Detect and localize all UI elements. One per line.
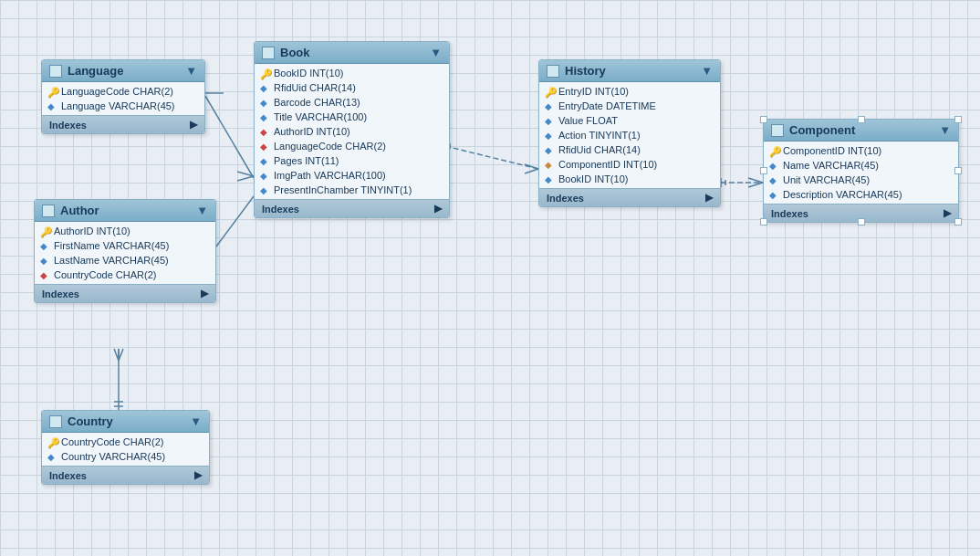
book-field-9: ◆ PresentInChamber TINYINT(1) bbox=[255, 183, 449, 197]
key-icon: 🔑 bbox=[40, 226, 49, 236]
language-indexes-label: Indexes bbox=[49, 120, 87, 131]
svg-line-0 bbox=[205, 96, 254, 178]
svg-line-7 bbox=[525, 169, 538, 173]
table-icon bbox=[42, 205, 55, 217]
author-header[interactable]: Author ▼ bbox=[35, 200, 215, 222]
resize-handle-bl[interactable] bbox=[760, 218, 767, 226]
author-field-1: 🔑 AuthorID INT(10) bbox=[35, 224, 215, 238]
svg-line-17 bbox=[119, 349, 123, 361]
svg-line-11 bbox=[748, 178, 763, 183]
component-fields: 🔑 ComponentID INT(10) ◆ Name VARCHAR(45)… bbox=[764, 142, 958, 204]
table-icon bbox=[262, 47, 275, 59]
country-indexes-label: Indexes bbox=[49, 470, 87, 481]
language-fields: 🔑 LanguageCode CHAR(2) ◆ Language VARCHA… bbox=[42, 82, 204, 115]
country-table: Country ▼ 🔑 CountryCode CHAR(2) ◆ Countr… bbox=[41, 410, 210, 485]
diamond-icon: ◆ bbox=[260, 171, 269, 180]
history-field-6: ◆ ComponentID INT(10) bbox=[539, 157, 720, 172]
component-indexes-label: Indexes bbox=[771, 208, 808, 219]
book-title: Book bbox=[280, 46, 310, 59]
language-field-2: ◆ Language VARCHAR(45) bbox=[42, 99, 204, 113]
history-table: History ▼ 🔑 EntryID INT(10) ◆ EntryDate … bbox=[538, 59, 721, 207]
component-dropdown-icon[interactable]: ▼ bbox=[939, 123, 951, 137]
svg-line-4 bbox=[237, 176, 254, 181]
key-icon: 🔑 bbox=[545, 87, 554, 96]
country-footer[interactable]: Indexes ▶ bbox=[42, 466, 209, 484]
book-field-3: ◆ Barcode CHAR(13) bbox=[255, 95, 449, 110]
table-icon bbox=[49, 415, 62, 428]
history-footer[interactable]: Indexes ▶ bbox=[539, 188, 720, 206]
history-field-7: ◆ BookID INT(10) bbox=[539, 172, 720, 186]
history-field-5: ◆ RfidUid CHAR(14) bbox=[539, 142, 720, 157]
author-footer[interactable]: Indexes ▶ bbox=[35, 284, 215, 302]
book-header[interactable]: Book ▼ bbox=[255, 42, 449, 64]
resize-handle-tr[interactable] bbox=[954, 116, 962, 123]
key-icon: 🔑 bbox=[769, 146, 778, 155]
diamond-icon: ◆ bbox=[47, 452, 57, 461]
resize-handle-l[interactable] bbox=[760, 167, 767, 174]
svg-line-3 bbox=[237, 172, 254, 176]
component-field-4: ◆ Description VARCHAR(45) bbox=[764, 187, 958, 202]
history-indexes-label: Indexes bbox=[547, 193, 584, 204]
diamond-icon: ◆ bbox=[769, 161, 778, 170]
resize-handle-r[interactable] bbox=[954, 167, 962, 174]
component-title: Component bbox=[789, 123, 855, 137]
diamond-icon: ◆ bbox=[260, 185, 269, 194]
history-dropdown-icon[interactable]: ▼ bbox=[701, 64, 713, 78]
diamond-icon: ◆ bbox=[40, 256, 49, 265]
resize-handle-b[interactable] bbox=[858, 218, 865, 226]
diamond-icon: ◆ bbox=[545, 160, 554, 169]
diamond-icon: ◆ bbox=[40, 241, 49, 250]
key-icon: 🔑 bbox=[47, 87, 57, 96]
svg-line-5 bbox=[445, 146, 538, 169]
component-field-3: ◆ Unit VARCHAR(45) bbox=[764, 173, 958, 187]
history-field-2: ◆ EntryDate DATETIME bbox=[539, 99, 720, 113]
component-field-1: 🔑 ComponentID INT(10) bbox=[764, 143, 958, 158]
svg-line-1 bbox=[216, 196, 254, 247]
language-field-1: 🔑 LanguageCode CHAR(2) bbox=[42, 84, 204, 99]
language-dropdown-icon[interactable]: ▼ bbox=[185, 64, 197, 78]
book-footer[interactable]: Indexes ▶ bbox=[255, 199, 449, 217]
book-field-6: ◆ LanguageCode CHAR(2) bbox=[255, 139, 449, 153]
diamond-icon: ◆ bbox=[545, 174, 554, 184]
language-table: Language ▼ 🔑 LanguageCode CHAR(2) ◆ Lang… bbox=[41, 59, 205, 134]
author-indexes-label: Indexes bbox=[42, 288, 79, 299]
diamond-icon: ◆ bbox=[40, 270, 49, 279]
book-fields: 🔑 BookID INT(10) ◆ RfidUid CHAR(14) ◆ Ba… bbox=[255, 64, 449, 199]
language-header[interactable]: Language ▼ bbox=[42, 60, 204, 82]
component-field-2: ◆ Name VARCHAR(45) bbox=[764, 158, 958, 173]
diamond-icon: ◆ bbox=[260, 142, 269, 151]
book-dropdown-icon[interactable]: ▼ bbox=[430, 46, 442, 59]
diamond-icon: ◆ bbox=[260, 83, 269, 92]
diamond-icon: ◆ bbox=[545, 101, 554, 110]
language-footer[interactable]: Indexes ▶ bbox=[42, 115, 204, 133]
country-title: Country bbox=[68, 414, 113, 428]
book-field-1: 🔑 BookID INT(10) bbox=[255, 66, 449, 80]
history-indexes-arrow: ▶ bbox=[705, 192, 713, 204]
country-field-1: 🔑 CountryCode CHAR(2) bbox=[42, 435, 209, 449]
resize-handle-tl[interactable] bbox=[760, 116, 767, 123]
author-field-3: ◆ LastName VARCHAR(45) bbox=[35, 253, 215, 268]
history-header[interactable]: History ▼ bbox=[539, 60, 720, 82]
book-field-7: ◆ Pages INT(11) bbox=[255, 153, 449, 168]
author-field-4: ◆ CountryCode CHAR(2) bbox=[35, 268, 215, 282]
table-icon bbox=[771, 124, 784, 137]
country-header[interactable]: Country ▼ bbox=[42, 411, 209, 433]
diamond-icon: ◆ bbox=[260, 127, 269, 136]
diamond-icon: ◆ bbox=[545, 145, 554, 154]
author-dropdown-icon[interactable]: ▼ bbox=[196, 204, 208, 217]
book-field-2: ◆ RfidUid CHAR(14) bbox=[255, 80, 449, 95]
diamond-icon: ◆ bbox=[47, 101, 57, 110]
diamond-icon: ◆ bbox=[769, 175, 778, 184]
book-indexes-arrow: ▶ bbox=[434, 203, 442, 215]
history-fields: 🔑 EntryID INT(10) ◆ EntryDate DATETIME ◆… bbox=[539, 82, 720, 188]
resize-handle-t[interactable] bbox=[858, 116, 865, 123]
diamond-icon: ◆ bbox=[545, 116, 554, 125]
resize-handle-br[interactable] bbox=[954, 218, 962, 226]
country-dropdown-icon[interactable]: ▼ bbox=[190, 414, 202, 428]
history-field-4: ◆ Action TINYINT(1) bbox=[539, 128, 720, 142]
diamond-icon: ◆ bbox=[260, 112, 269, 121]
country-indexes-arrow: ▶ bbox=[194, 469, 202, 481]
history-field-3: ◆ Value FLOAT bbox=[539, 113, 720, 128]
key-icon: 🔑 bbox=[47, 437, 57, 446]
svg-line-6 bbox=[525, 164, 538, 169]
